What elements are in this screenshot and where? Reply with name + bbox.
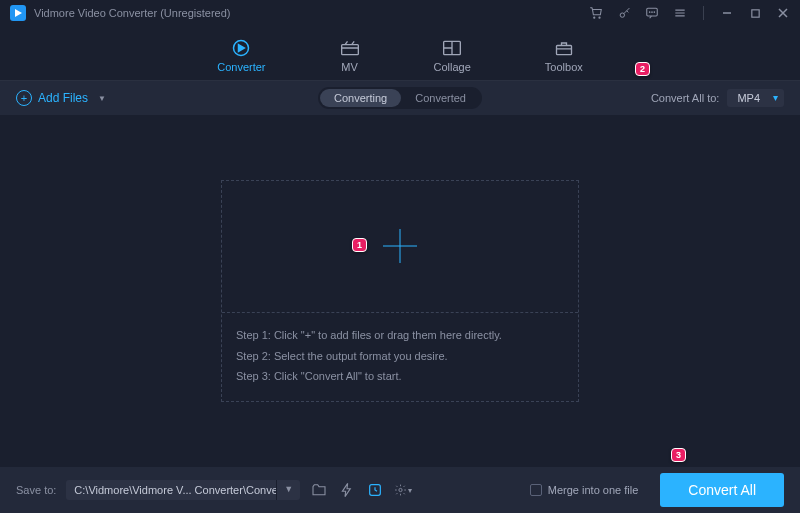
svg-point-1	[594, 17, 595, 18]
tab-label: Toolbox	[545, 61, 583, 73]
separator	[703, 6, 704, 20]
annotation-badge-3: 3	[671, 448, 686, 462]
high-speed-icon[interactable]	[366, 481, 384, 499]
titlebar: Vidmore Video Converter (Unregistered)	[0, 0, 800, 26]
menu-icon[interactable]	[673, 6, 687, 20]
tab-converter[interactable]: Converter	[205, 33, 277, 73]
svg-rect-12	[556, 46, 571, 55]
close-icon[interactable]	[776, 6, 790, 20]
merge-checkbox[interactable]: Merge into one file	[530, 484, 639, 496]
window-title: Vidmore Video Converter (Unregistered)	[34, 7, 230, 19]
merge-label: Merge into one file	[548, 484, 639, 496]
key-icon[interactable]	[617, 6, 631, 20]
bottombar: Save to: C:\Vidmore\Vidmore V... Convert…	[0, 467, 800, 513]
step-3: Step 3: Click "Convert All" to start.	[236, 366, 564, 387]
tab-label: Converter	[217, 61, 265, 73]
svg-point-6	[652, 12, 653, 13]
cart-icon[interactable]	[589, 6, 603, 20]
convert-all-label: Convert All to:	[651, 92, 719, 104]
open-folder-icon[interactable]	[310, 481, 328, 499]
svg-rect-8	[751, 9, 758, 16]
plus-circle-icon: +	[16, 90, 32, 106]
save-to-label: Save to:	[16, 484, 56, 496]
svg-point-2	[599, 17, 600, 18]
chevron-down-icon[interactable]: ▼	[98, 94, 106, 103]
status-segment: Converting Converted	[318, 87, 482, 109]
svg-point-14	[399, 488, 402, 491]
output-path[interactable]: C:\Vidmore\Vidmore V... Converter\Conver…	[66, 480, 276, 500]
add-files-label: Add Files	[38, 91, 88, 105]
collage-icon	[442, 39, 462, 57]
svg-point-7	[654, 12, 655, 13]
segment-converted[interactable]: Converted	[401, 89, 480, 107]
feedback-icon[interactable]	[645, 6, 659, 20]
output-format-select[interactable]: MP4	[727, 89, 784, 107]
dropzone: Step 1: Click "+" to add files or drag t…	[221, 180, 579, 403]
segment-converting[interactable]: Converting	[320, 89, 401, 107]
tab-mv[interactable]: MV	[328, 33, 372, 73]
add-files-button[interactable]: + Add Files ▼	[16, 90, 106, 106]
tab-collage[interactable]: Collage	[422, 33, 483, 73]
minimize-icon[interactable]	[720, 6, 734, 20]
path-dropdown[interactable]: ▼	[276, 480, 300, 500]
toolbar: + Add Files ▼ Converting Converted Conve…	[0, 81, 800, 115]
hardware-accel-icon[interactable]	[338, 481, 356, 499]
step-1: Step 1: Click "+" to add files or drag t…	[236, 325, 564, 346]
app-logo-icon	[10, 5, 26, 21]
instructions: Step 1: Click "+" to add files or drag t…	[222, 313, 578, 402]
convert-all-button[interactable]: Convert All	[660, 473, 784, 507]
mv-icon	[340, 39, 360, 57]
toolbox-icon	[554, 39, 574, 57]
svg-rect-10	[341, 45, 358, 55]
svg-marker-0	[15, 9, 22, 17]
svg-point-5	[649, 12, 650, 13]
maximize-icon[interactable]	[748, 6, 762, 20]
checkbox-icon	[530, 484, 542, 496]
settings-icon[interactable]: ▾	[394, 481, 412, 499]
annotation-badge-1: 1	[352, 238, 367, 252]
main-nav: Converter MV Collage Toolbox	[0, 26, 800, 81]
step-2: Step 2: Select the output format you des…	[236, 346, 564, 367]
convert-all-to: Convert All to: MP4	[651, 89, 784, 107]
main-area: Step 1: Click "+" to add files or drag t…	[0, 115, 800, 467]
converter-icon	[231, 39, 251, 57]
add-files-dropzone[interactable]	[222, 181, 578, 313]
tab-toolbox[interactable]: Toolbox	[533, 33, 595, 73]
tab-label: MV	[341, 61, 358, 73]
annotation-badge-2: 2	[635, 62, 650, 76]
tab-label: Collage	[434, 61, 471, 73]
plus-icon	[383, 229, 417, 263]
